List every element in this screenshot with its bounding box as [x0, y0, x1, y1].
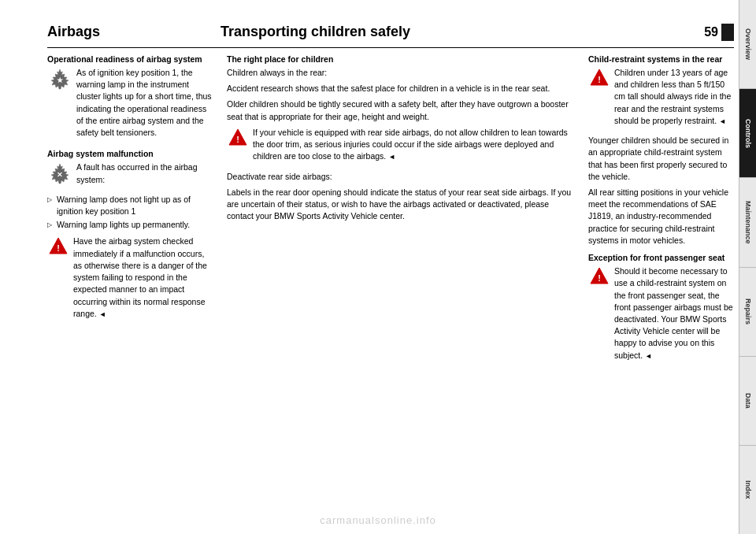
tab-data[interactable]: Data — [739, 357, 756, 446]
malfunction-list: Warning lamp does not light up as of ign… — [47, 194, 213, 232]
deactivate-heading: Deactivate rear side airbags: — [227, 171, 574, 183]
right-place-heading: The right place for children — [227, 54, 574, 64]
svg-text:★: ★ — [57, 76, 64, 84]
svg-text:!: ! — [57, 243, 60, 253]
child-restraint-warning-text: Children under 13 years of age and child… — [614, 67, 734, 127]
sae-text: All rear sitting positions in your vehic… — [588, 187, 734, 247]
side-airbag-warning-text: If your vehicle is equipped with rear si… — [253, 127, 574, 163]
gear-icon: ★ — [47, 67, 72, 92]
tab-repairs[interactable]: Repairs — [739, 268, 756, 357]
front-passenger-warning-text: Should it become necessary to use a chil… — [614, 265, 734, 362]
tab-index[interactable]: Index — [739, 446, 756, 534]
tab-controls[interactable]: Controls — [739, 89, 756, 178]
svg-text:!: ! — [236, 135, 239, 144]
airbags-title: Airbags — [47, 24, 220, 40]
children-rear-text: Children always in the rear: — [227, 67, 574, 79]
transporting-title: Transporting children safely — [220, 24, 569, 40]
front-passenger-warning-icon: ! — [588, 265, 610, 287]
tab-maintenance[interactable]: Maintenance — [739, 178, 756, 267]
page-number: 59 — [704, 25, 718, 39]
airbag-warning-text: Have the airbag system checked immediate… — [73, 235, 213, 320]
svg-text:✕: ✕ — [57, 171, 63, 179]
side-airbag-warning-icon: ! — [227, 127, 249, 149]
operational-readiness-text: As of ignition key position 1, the warni… — [76, 67, 213, 139]
malfunction-note-text: A fault has occurred in the airbag syste… — [76, 161, 213, 185]
warning-triangle-icon: ! — [47, 235, 69, 258]
svg-text:!: ! — [598, 273, 601, 283]
list-item: Warning lamp lights up permanently. — [47, 219, 213, 231]
child-restraint-warning-icon: ! — [588, 67, 610, 89]
svg-text:!: ! — [598, 75, 601, 84]
accident-research-text: Accident research shows that the safest … — [227, 83, 574, 95]
deactivate-text: Labels in the rear door opening should i… — [227, 187, 574, 223]
gear-fault-icon: ✕ — [47, 161, 72, 187]
list-item: Warning lamp does not light up as of ign… — [47, 194, 213, 217]
operational-readiness-heading: Operational readiness of airbag system — [47, 54, 213, 64]
tab-overview[interactable]: Overview — [739, 0, 756, 89]
older-children-text: Older children should be tightly secured… — [227, 98, 574, 122]
exception-heading: Exception for front passenger seat — [588, 253, 734, 262]
malfunction-heading: Airbag system malfunction — [47, 149, 213, 158]
younger-children-text: Younger children should be secured in an… — [588, 135, 734, 183]
child-restraint-heading: Child-restraint systems in the rear — [588, 54, 734, 64]
